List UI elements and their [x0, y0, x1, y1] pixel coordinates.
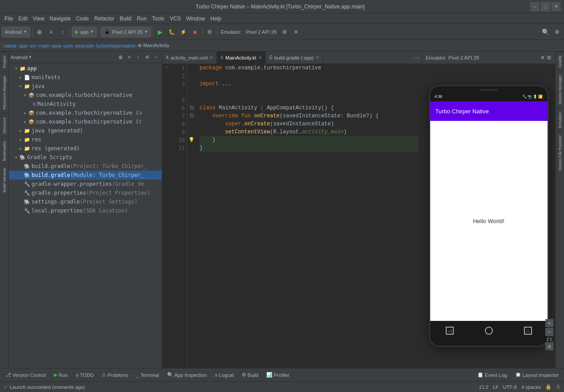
breadcrumb-com[interactable]: com [64, 43, 73, 48]
tree-item-res-gen[interactable]: ▶ 📁 res (generated) [9, 144, 162, 153]
tab-activity-main-xml[interactable]: X activity_main.xml ✕ [162, 52, 217, 64]
cursor-position[interactable]: 11:2 [479, 384, 488, 390]
tree-item-settings-gradle[interactable]: 🐘 settings.gradle (Project Settings) [9, 197, 162, 206]
profile-button[interactable]: ⚡ [178, 27, 189, 37]
zoom-out-button[interactable]: − [545, 328, 553, 336]
run-button[interactable]: ▶ [155, 27, 166, 37]
close-tab-3-icon[interactable]: ✕ [316, 55, 319, 60]
menu-code[interactable]: Code [73, 15, 92, 23]
breadcrumb-main[interactable]: main [39, 43, 49, 48]
back-button[interactable]: ◁ [446, 327, 454, 335]
emulator-settings-icon[interactable]: ⚙ [547, 55, 552, 61]
menu-vcs[interactable]: VCS [167, 15, 184, 23]
close-tab-2-icon[interactable]: ✕ [258, 55, 262, 60]
breadcrumb-mainactivity[interactable]: ⊕ MainActivity [138, 43, 169, 48]
tree-item-pkg2[interactable]: ▶ 📦 com.example.turbochirpernative ( a [9, 108, 162, 117]
tree-item-app[interactable]: ▼ 📁 app [9, 64, 162, 73]
search-everywhere-button[interactable]: 🔍 [540, 27, 551, 37]
fit-screen-button[interactable]: ⊞ [545, 342, 553, 350]
attach-debugger-button[interactable]: ⚙ [204, 27, 215, 37]
layout-inspector-tab[interactable]: 🔲 Layout Inspector [512, 371, 562, 379]
sync-project-button[interactable]: ⊕ [34, 27, 45, 37]
menu-window[interactable]: Window [184, 15, 208, 23]
build-tab[interactable]: ⚙ Build [238, 371, 262, 379]
terminal-tab[interactable]: _ Terminal [133, 372, 163, 379]
todo-tab[interactable]: ≡ TODO [72, 372, 97, 379]
settings-gear-icon[interactable]: ⚙ [143, 53, 151, 61]
collapse-all-icon[interactable]: ↕ [134, 53, 142, 61]
tab-mainactivity-kt[interactable]: K MainActivity.kt ✕ [217, 52, 265, 64]
emulator-tab[interactable]: Emulator [556, 108, 564, 132]
breadcrumb-example[interactable]: example [75, 43, 94, 48]
close-emulator-button[interactable]: ✕ [291, 27, 301, 37]
menu-run[interactable]: Run [134, 15, 149, 23]
stop-button[interactable]: ■ [190, 27, 200, 37]
tree-item-pkg3[interactable]: ▶ 📦 com.example.turbochirpernative ( t [9, 117, 162, 126]
device-file-explorer-tab[interactable]: Device File Explorer [556, 132, 564, 175]
menu-file[interactable]: File [2, 15, 16, 23]
run-tab[interactable]: ▶ Run [50, 371, 71, 379]
close-tab-1-icon[interactable]: ✕ [209, 55, 213, 60]
breadcrumb-java[interactable]: java [52, 43, 61, 48]
profiler-tab[interactable]: 📊 Profiler [263, 371, 293, 379]
structure-tab[interactable]: Structure [1, 113, 8, 137]
menu-navigate[interactable]: Navigate [47, 15, 73, 23]
close-button[interactable]: ✕ [552, 2, 560, 11]
menu-edit[interactable]: Edit [16, 15, 30, 23]
avd-manager-button[interactable]: ≡ [46, 27, 56, 37]
code-content[interactable]: package com.example.turbochirpernative i… [196, 64, 422, 368]
editor-more-options[interactable]: ⋯ [411, 52, 422, 64]
tree-item-local-properties[interactable]: 🔧 local.properties (SDK Location) [9, 206, 162, 215]
menu-view[interactable]: View [30, 15, 47, 23]
encoding[interactable]: UTF-8 [503, 384, 517, 390]
breadcrumb-src[interactable]: src [30, 43, 36, 48]
tab-build-gradle-app[interactable]: G build.gradle (:app) ✕ [266, 52, 323, 64]
tree-item-pkg1[interactable]: ▼ 📦 com.example.turbochirpernative [9, 91, 162, 100]
emulator-settings-button[interactable]: ⚙ [279, 27, 290, 37]
home-button[interactable] [485, 327, 493, 335]
menu-refactor[interactable]: Refactor [92, 15, 117, 23]
device-manager-tab[interactable]: Device Manager [556, 71, 564, 108]
add-icon[interactable]: ⊕ [116, 53, 124, 61]
tree-item-gradle-properties[interactable]: 🔧 gradle.properties (Project Properties) [9, 188, 162, 197]
tree-item-manifests[interactable]: ▶ 📄 manifests [9, 73, 162, 82]
project-panel-tab[interactable]: Project [1, 52, 8, 72]
tree-item-build-gradle-project[interactable]: 🐘 build.gradle (Project: Turbo_Chirper_ [9, 162, 162, 171]
android-config-dropdown[interactable]: Android ▼ [2, 27, 30, 37]
line-ending[interactable]: LF [493, 384, 499, 390]
tree-item-java[interactable]: ▼ 📁 java [9, 82, 162, 91]
emulator-close-x-icon[interactable]: ✕ [540, 55, 545, 61]
run-config-dropdown[interactable]: ▶ app ▼ [72, 27, 97, 37]
tree-item-res[interactable]: ▶ 📁 res [9, 135, 162, 144]
breadcrumb-native[interactable]: native [4, 43, 16, 48]
logcat-tab[interactable]: ≡ Logcat [211, 372, 237, 379]
build-variants-tab[interactable]: Build Variants [1, 164, 8, 196]
tree-item-mainactivity[interactable]: K MainActivity [9, 100, 162, 108]
recents-button[interactable]: □ [524, 327, 532, 335]
tree-item-gradle-scripts[interactable]: ▼ 🐘 Gradle Scripts [9, 153, 162, 162]
bookmarks-tab[interactable]: Bookmarks [1, 137, 8, 164]
gradle-panel-tab[interactable]: Gradle [556, 52, 564, 71]
debug-button[interactable]: 🐛 [167, 27, 177, 37]
tree-item-java-gen[interactable]: ▶ 📁 java (generated) [9, 126, 162, 135]
device-dropdown[interactable]: 📱 Pixel 2 API 28 ▼ [101, 27, 151, 37]
menu-help[interactable]: Help [208, 15, 224, 23]
android-view-dropdown[interactable]: Android ▼ [11, 55, 32, 60]
version-control-tab[interactable]: ⎇ Version Control [2, 371, 49, 379]
resource-manager-tab[interactable]: Resource Manager [1, 72, 8, 113]
event-log-tab[interactable]: 📋 Event Log [474, 371, 511, 379]
indent[interactable]: 4 spaces [521, 384, 541, 390]
tree-item-build-gradle-module[interactable]: 🐘 build.gradle (Module: Turbo_Chirper_ [9, 171, 162, 180]
menu-build[interactable]: Build [117, 15, 134, 23]
sdk-manager-button[interactable]: ↕ [57, 27, 68, 37]
expand-all-icon[interactable]: ≡ [125, 53, 133, 61]
panel-minimize-icon[interactable]: ─ [152, 53, 160, 61]
breadcrumb-turbochirpernative[interactable]: turbochirpernative [96, 43, 135, 48]
breadcrumb-app[interactable]: app [19, 43, 27, 48]
menu-tools[interactable]: Tools [149, 15, 167, 23]
minimize-button[interactable]: ─ [530, 2, 539, 11]
maximize-button[interactable]: □ [541, 2, 550, 11]
app-inspection-tab[interactable]: 🔍 App Inspection [164, 371, 211, 379]
zoom-in-button[interactable]: + [545, 319, 553, 327]
settings-button[interactable]: ⚙ [552, 27, 562, 37]
